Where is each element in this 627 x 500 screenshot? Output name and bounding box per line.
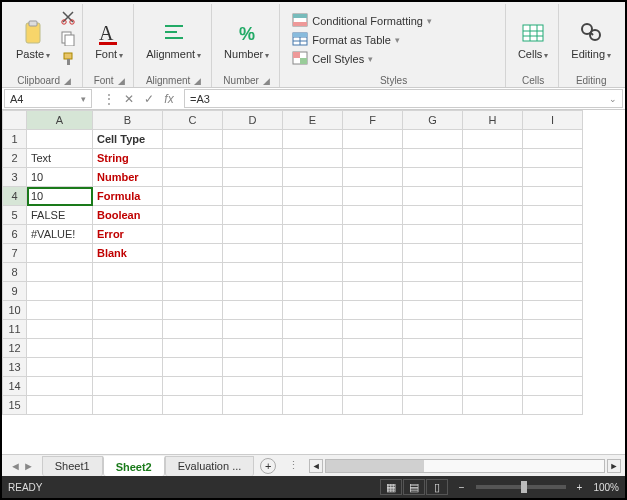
cell-G13[interactable]: [403, 358, 463, 377]
row-header-8[interactable]: 8: [3, 263, 27, 282]
cell-A3[interactable]: 10: [27, 168, 93, 187]
cell-C13[interactable]: [163, 358, 223, 377]
cell-H6[interactable]: [463, 225, 523, 244]
sheet-table[interactable]: ABCDEFGHI1Cell Type2TextString310Number4…: [2, 110, 583, 415]
cell-F3[interactable]: [343, 168, 403, 187]
cell-A13[interactable]: [27, 358, 93, 377]
cell-D5[interactable]: [223, 206, 283, 225]
col-header-C[interactable]: C: [163, 111, 223, 130]
cell-G9[interactable]: [403, 282, 463, 301]
cell-D8[interactable]: [223, 263, 283, 282]
cell-D3[interactable]: [223, 168, 283, 187]
chevron-down-icon[interactable]: ▾: [81, 94, 86, 104]
cell-A8[interactable]: [27, 263, 93, 282]
cell-H11[interactable]: [463, 320, 523, 339]
cell-E7[interactable]: [283, 244, 343, 263]
cell-C6[interactable]: [163, 225, 223, 244]
cell-B7[interactable]: Blank: [93, 244, 163, 263]
cell-I6[interactable]: [523, 225, 583, 244]
cell-E14[interactable]: [283, 377, 343, 396]
scroll-thumb[interactable]: [326, 460, 423, 472]
cell-B11[interactable]: [93, 320, 163, 339]
cell-E13[interactable]: [283, 358, 343, 377]
editing-button[interactable]: Editing: [567, 17, 615, 62]
cell-H9[interactable]: [463, 282, 523, 301]
format-as-table-button[interactable]: Format as Table▾: [288, 31, 404, 49]
row-header-7[interactable]: 7: [3, 244, 27, 263]
cell-I15[interactable]: [523, 396, 583, 415]
cell-F1[interactable]: [343, 130, 403, 149]
cell-F13[interactable]: [343, 358, 403, 377]
cut-icon[interactable]: [60, 9, 76, 28]
cell-D2[interactable]: [223, 149, 283, 168]
cell-B2[interactable]: String: [93, 149, 163, 168]
cell-F2[interactable]: [343, 149, 403, 168]
cell-F10[interactable]: [343, 301, 403, 320]
cell-G5[interactable]: [403, 206, 463, 225]
cell-G7[interactable]: [403, 244, 463, 263]
tab-prev-icon[interactable]: ◄: [10, 460, 21, 472]
cell-C10[interactable]: [163, 301, 223, 320]
cell-A9[interactable]: [27, 282, 93, 301]
cell-C5[interactable]: [163, 206, 223, 225]
scroll-right-button[interactable]: ►: [607, 459, 621, 473]
cell-E8[interactable]: [283, 263, 343, 282]
row-header-14[interactable]: 14: [3, 377, 27, 396]
cell-B5[interactable]: Boolean: [93, 206, 163, 225]
cell-F9[interactable]: [343, 282, 403, 301]
conditional-formatting-button[interactable]: Conditional Formatting▾: [288, 12, 436, 30]
format-painter-icon[interactable]: [60, 51, 76, 70]
cell-A1[interactable]: [27, 130, 93, 149]
row-header-6[interactable]: 6: [3, 225, 27, 244]
cell-I13[interactable]: [523, 358, 583, 377]
cell-D9[interactable]: [223, 282, 283, 301]
row-header-13[interactable]: 13: [3, 358, 27, 377]
view-page-break-button[interactable]: ▯: [426, 479, 448, 495]
cell-I3[interactable]: [523, 168, 583, 187]
expand-formula-icon[interactable]: ⌄: [609, 94, 617, 104]
formula-input[interactable]: =A3 ⌄: [184, 89, 623, 108]
cell-G14[interactable]: [403, 377, 463, 396]
cell-I2[interactable]: [523, 149, 583, 168]
cell-A15[interactable]: [27, 396, 93, 415]
cell-I14[interactable]: [523, 377, 583, 396]
horizontal-scrollbar[interactable]: ◄ ►: [305, 459, 625, 473]
cell-B1[interactable]: Cell Type: [93, 130, 163, 149]
cell-H10[interactable]: [463, 301, 523, 320]
cell-E3[interactable]: [283, 168, 343, 187]
cell-I1[interactable]: [523, 130, 583, 149]
cell-G11[interactable]: [403, 320, 463, 339]
cell-F15[interactable]: [343, 396, 403, 415]
cell-F7[interactable]: [343, 244, 403, 263]
dialog-launcher-icon[interactable]: ◢: [118, 76, 125, 86]
col-header-D[interactable]: D: [223, 111, 283, 130]
cell-D12[interactable]: [223, 339, 283, 358]
cell-B15[interactable]: [93, 396, 163, 415]
cell-E5[interactable]: [283, 206, 343, 225]
cell-F8[interactable]: [343, 263, 403, 282]
scroll-left-button[interactable]: ◄: [309, 459, 323, 473]
paste-button[interactable]: Paste: [12, 17, 54, 62]
sheet-tab-sheet1[interactable]: Sheet1: [42, 456, 103, 476]
cell-C4[interactable]: [163, 187, 223, 206]
cell-C8[interactable]: [163, 263, 223, 282]
cell-styles-button[interactable]: Cell Styles▾: [288, 50, 377, 68]
cell-G4[interactable]: [403, 187, 463, 206]
cell-D11[interactable]: [223, 320, 283, 339]
cell-G1[interactable]: [403, 130, 463, 149]
cell-E2[interactable]: [283, 149, 343, 168]
cancel-icon[interactable]: ✕: [120, 92, 138, 106]
row-header-4[interactable]: 4: [3, 187, 27, 206]
cell-C1[interactable]: [163, 130, 223, 149]
cell-H7[interactable]: [463, 244, 523, 263]
col-header-H[interactable]: H: [463, 111, 523, 130]
view-page-layout-button[interactable]: ▤: [403, 479, 425, 495]
cell-I11[interactable]: [523, 320, 583, 339]
cell-C3[interactable]: [163, 168, 223, 187]
cell-E10[interactable]: [283, 301, 343, 320]
cell-G15[interactable]: [403, 396, 463, 415]
cell-A11[interactable]: [27, 320, 93, 339]
cell-B14[interactable]: [93, 377, 163, 396]
new-sheet-button[interactable]: +: [260, 458, 276, 474]
cell-A4[interactable]: 10: [27, 187, 93, 206]
